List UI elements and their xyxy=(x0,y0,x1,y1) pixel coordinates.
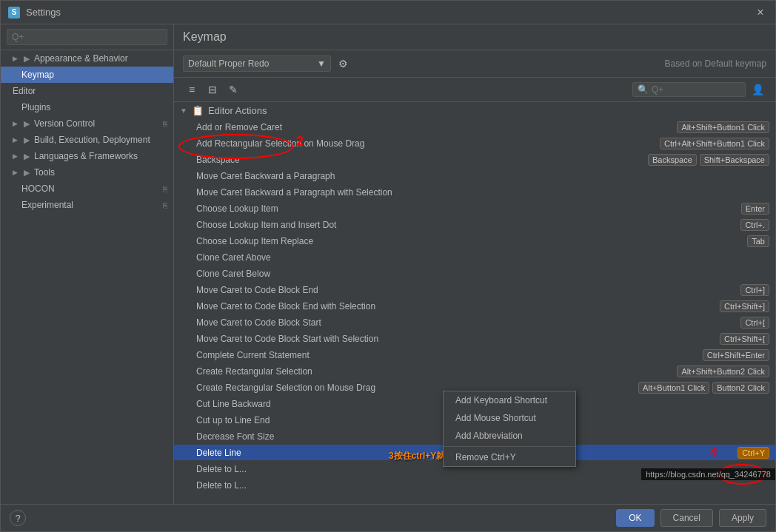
shortcut-badge: Tab xyxy=(747,235,769,247)
gear-button[interactable]: ⚙ xyxy=(334,55,352,73)
sidebar-item-label: Build, Execution, Deployment xyxy=(34,135,150,145)
copy-icon-hocon: ⎘ xyxy=(163,185,167,193)
table-row[interactable]: Clone Caret Above xyxy=(174,249,775,266)
action-name: Backspace xyxy=(196,155,645,165)
action-name: Move Caret to Code Block End xyxy=(196,285,737,295)
sidebar-item-editor[interactable]: Editor xyxy=(1,83,173,99)
shortcut-badge: Ctrl+Shift+Enter xyxy=(703,349,769,361)
shortcut-badge: Ctrl+Shift+[ xyxy=(720,333,769,345)
arrow-icon: ▶ xyxy=(24,119,30,129)
sidebar: ▶ Appearance & Behavior Keymap Editor Pl… xyxy=(1,24,174,504)
sidebar-item-tools[interactable]: ▶ Tools xyxy=(1,164,173,181)
help-button[interactable]: ? xyxy=(10,510,26,526)
bottom-bar: ? OK Cancel Apply xyxy=(1,504,775,531)
action-name: Move Caret to Code Block Start with Sele… xyxy=(196,334,717,344)
shortcut-badge: Backspace xyxy=(648,154,697,166)
sidebar-item-build[interactable]: ▶ Build, Execution, Deployment xyxy=(1,132,173,148)
sidebar-item-label: Appearance & Behavior xyxy=(34,53,128,64)
cancel-button[interactable]: Cancel xyxy=(660,509,713,527)
table-row[interactable]: Move Caret to Code Block Start Ctrl+[ xyxy=(174,314,775,331)
context-menu-item-mouse[interactable]: Add Mouse Shortcut xyxy=(444,409,575,427)
table-row[interactable]: Create Rectangular Selection Alt+Shift+B… xyxy=(174,363,775,380)
sidebar-item-label: Tools xyxy=(34,167,55,178)
keymap-toolbar: Default Proper Redo ▼ ⚙ Based on Default… xyxy=(174,50,775,78)
main-header: Keymap xyxy=(174,24,775,50)
shortcut-badge: Alt+Shift+Button2 Click xyxy=(677,366,769,377)
sidebar-item-label: Plugins xyxy=(21,102,50,112)
settings-window: S Settings × ▶ Appearance & Behavior Key… xyxy=(0,0,776,532)
table-row[interactable]: Move Caret Backward a Paragraph with Sel… xyxy=(174,184,775,201)
action-name: Move Caret to Code Block Start xyxy=(196,317,737,328)
table-row[interactable]: Move Caret to Code Block Start with Sele… xyxy=(174,331,775,347)
table-row[interactable]: Choose Lookup Item Replace Tab xyxy=(174,233,775,249)
ok-button[interactable]: OK xyxy=(616,509,654,527)
edit-button[interactable]: ✎ xyxy=(224,81,242,98)
shortcut-badge-ctrl-y: Ctrl+Y xyxy=(737,447,769,459)
copy-icon: ⎘ xyxy=(163,120,167,128)
shortcut-badge-2: Button2 Click xyxy=(712,382,769,394)
sidebar-item-languages[interactable]: ▶ Languages & Frameworks xyxy=(1,148,173,164)
collapse-all-button[interactable]: ⊟ xyxy=(204,81,221,98)
table-row[interactable]: Choose Lookup Item and Insert Dot Ctrl+. xyxy=(174,217,775,233)
section-expand-icon: ▼ xyxy=(180,107,187,115)
table-row[interactable]: Add or Remove Caret Alt+Shift+Button1 Cl… xyxy=(174,119,775,135)
watermark: https://blog.csdn.net/qq_34246778 xyxy=(641,468,775,480)
shortcut-badge: Alt+Shift+Button1 Click xyxy=(677,121,769,133)
sidebar-item-label: Version Control xyxy=(34,118,95,129)
editor-actions-section[interactable]: ▼ 📋 Editor Actions xyxy=(174,102,775,119)
arrow-icon: ▶ xyxy=(24,168,30,178)
search-input[interactable] xyxy=(652,84,740,95)
main-panel: Keymap Default Proper Redo ▼ ⚙ Based on … xyxy=(174,24,775,504)
bottom-right: OK Cancel Apply xyxy=(616,509,766,527)
table-row[interactable]: Move Caret Backward a Paragraph xyxy=(174,168,775,184)
sidebar-item-hocon[interactable]: HOCON ⎘ xyxy=(1,181,173,197)
sidebar-search-input[interactable] xyxy=(7,29,167,45)
table-row[interactable]: Choose Lookup Item Enter xyxy=(174,201,775,217)
shortcut-badge: Alt+Button1 Click xyxy=(638,382,709,394)
table-row[interactable]: Backspace Backspace Shift+Backspace xyxy=(174,152,775,168)
shortcut-badge: Enter xyxy=(741,203,769,215)
shortcut-badge-2: Shift+Backspace xyxy=(700,154,769,166)
context-menu-item-abbrev[interactable]: Add Abbreviation xyxy=(444,427,575,445)
table-row[interactable]: Complete Current Statement Ctrl+Shift+En… xyxy=(174,347,775,363)
table-row[interactable]: Move Caret to Code Block End with Select… xyxy=(174,298,775,314)
sidebar-search-container xyxy=(1,24,173,50)
table-row[interactable]: Add Rectangular Selection on Mouse Drag … xyxy=(174,135,775,152)
arrow-icon: ▶ xyxy=(24,135,30,145)
main-title: Keymap xyxy=(183,30,227,43)
apply-button[interactable]: Apply xyxy=(719,509,766,527)
action-name: Create Rectangular Selection xyxy=(196,366,674,377)
sidebar-item-label: Editor xyxy=(13,86,36,96)
context-menu-item-keyboard[interactable]: Add Keyboard Shortcut xyxy=(444,391,575,409)
find-button[interactable]: 👤 xyxy=(749,81,766,98)
sidebar-item-appearance[interactable]: ▶ Appearance & Behavior xyxy=(1,50,173,67)
dropdown-arrow-icon: ▼ xyxy=(317,58,326,69)
shortcut-badge: Ctrl+] xyxy=(740,284,769,296)
content-area: ▶ Appearance & Behavior Keymap Editor Pl… xyxy=(1,24,775,504)
action-name: Delete to L... xyxy=(196,480,769,491)
table-row[interactable]: Clone Caret Below xyxy=(174,266,775,282)
sidebar-item-label: HOCON xyxy=(21,183,55,194)
section-title: Editor Actions xyxy=(208,105,267,116)
actions-toolbar: ≡ ⊟ ✎ 🔍 👤 xyxy=(174,78,775,102)
app-icon: S xyxy=(8,7,20,18)
shortcut-badge: Ctrl+Shift+] xyxy=(720,300,769,312)
expand-all-button[interactable]: ≡ xyxy=(183,81,201,98)
shortcut-badge: Ctrl+Alt+Shift+Button1 Click xyxy=(660,138,769,149)
sidebar-item-label: Experimental xyxy=(21,200,73,210)
sidebar-item-version-control[interactable]: ▶ Version Control ⎘ xyxy=(1,115,173,132)
context-menu-item-remove[interactable]: Remove Ctrl+Y xyxy=(444,448,575,466)
copy-icon-exp: ⎘ xyxy=(163,201,167,209)
sidebar-item-plugins[interactable]: Plugins xyxy=(1,99,173,115)
search-icon: 🔍 xyxy=(638,84,649,95)
close-button[interactable]: × xyxy=(753,5,768,20)
search-box: 🔍 xyxy=(632,82,746,97)
sidebar-item-experimental[interactable]: Experimental ⎘ xyxy=(1,197,173,213)
bottom-left: ? xyxy=(10,510,26,526)
action-name: Move Caret to Code Block End with Select… xyxy=(196,301,717,312)
sidebar-item-keymap[interactable]: Keymap xyxy=(1,67,173,83)
sidebar-item-label: Keymap xyxy=(21,70,54,80)
table-row[interactable]: Move Caret to Code Block End Ctrl+] xyxy=(174,282,775,298)
keymap-dropdown[interactable]: Default Proper Redo ▼ xyxy=(183,55,331,72)
action-name: Clone Caret Below xyxy=(196,269,769,279)
